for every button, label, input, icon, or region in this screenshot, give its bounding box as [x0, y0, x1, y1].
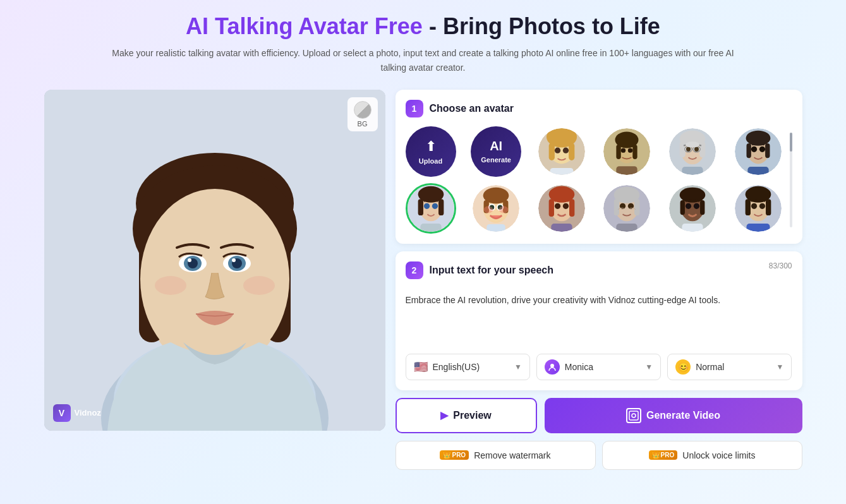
- preview-button[interactable]: ▶ Preview: [396, 398, 537, 433]
- upload-icon: ⬆: [425, 138, 437, 155]
- svg-point-72: [484, 206, 493, 213]
- step2-header: 2 Input text for your speech 83/300: [406, 261, 792, 279]
- pro-label-watermark: PRO: [452, 452, 466, 459]
- avatar-item-1[interactable]: [536, 126, 587, 177]
- svg-point-53: [759, 147, 765, 152]
- emotion-icon: 😊: [675, 359, 691, 375]
- svg-point-105: [759, 203, 765, 209]
- avatar-item-10[interactable]: [733, 183, 783, 234]
- step1-number: 1: [406, 100, 423, 117]
- svg-rect-23: [548, 143, 554, 160]
- title-colored: AI Talking Avatar Free: [186, 13, 423, 39]
- crown-icon-voice: 👑: [652, 452, 660, 459]
- svg-rect-94: [680, 200, 685, 215]
- svg-point-52: [751, 147, 757, 152]
- svg-rect-79: [569, 199, 574, 217]
- crown-icon: 👑: [443, 452, 450, 459]
- avatar-item-9[interactable]: [667, 183, 718, 234]
- svg-point-18: [155, 276, 186, 295]
- voice-chevron-icon: ▼: [645, 363, 653, 371]
- title-dark: Bring Photos to Life: [443, 13, 660, 39]
- svg-point-97: [694, 203, 699, 209]
- unlock-voice-button[interactable]: 👑 PRO Unlock voice limits: [602, 441, 802, 470]
- flag-icon: 🇺🇸: [414, 360, 428, 374]
- controls-panel: 1 Choose an avatar ⬆ Upload AI Generate: [396, 90, 802, 470]
- generate-video-button[interactable]: Generate Video: [545, 398, 802, 433]
- language-label: English(US): [433, 362, 509, 372]
- subtitle: Make your realistic talking avatar with …: [107, 46, 739, 75]
- svg-rect-58: [418, 199, 423, 215]
- emotion-chevron-icon: ▼: [777, 363, 784, 371]
- svg-point-44: [694, 147, 699, 152]
- language-selector[interactable]: 🇺🇸 English(US) ▼: [406, 354, 530, 380]
- choose-avatar-section: 1 Choose an avatar ⬆ Upload AI Generate: [396, 90, 802, 244]
- svg-point-25: [555, 147, 560, 153]
- step2-number: 2: [406, 261, 423, 279]
- avatar-item-3[interactable]: [667, 126, 718, 177]
- pro-label-voice: PRO: [661, 452, 675, 459]
- scroll-thumb: [790, 133, 792, 152]
- language-chevron-icon: ▼: [514, 363, 522, 371]
- svg-rect-46: [682, 167, 703, 175]
- generate-label: Generate: [481, 156, 511, 164]
- avatar-grid: ⬆ Upload AI Generate: [406, 126, 792, 234]
- step2-title: Input text for your speech: [430, 265, 553, 276]
- remove-watermark-label: Remove watermark: [474, 450, 550, 460]
- voice-label: Monica: [565, 362, 640, 372]
- remove-watermark-button[interactable]: 👑 PRO Remove watermark: [396, 441, 596, 470]
- svg-point-42: [686, 147, 691, 152]
- svg-rect-98: [682, 224, 703, 232]
- unlock-voice-label: Unlock voice limits: [682, 450, 755, 460]
- bg-label: BG: [358, 120, 368, 128]
- avatar-10-image: [735, 185, 782, 232]
- avatar-item-5[interactable]: [406, 183, 456, 234]
- title-separator: -: [423, 13, 443, 39]
- generate-avatar-button[interactable]: AI Generate: [471, 126, 521, 177]
- speech-textarea[interactable]: [406, 293, 792, 344]
- voice-selector[interactable]: Monica ▼: [536, 354, 661, 380]
- portrait-svg: [44, 90, 385, 431]
- svg-rect-74: [486, 224, 505, 232]
- vidnoz-logo-icon: V: [53, 404, 71, 422]
- avatar-item-7[interactable]: [536, 183, 587, 234]
- svg-rect-54: [747, 167, 768, 175]
- avatar-item-8[interactable]: [601, 183, 652, 234]
- svg-point-33: [621, 148, 625, 152]
- svg-rect-32: [633, 145, 638, 159]
- svg-point-81: [563, 203, 569, 209]
- svg-point-26: [563, 147, 569, 153]
- avatar-item-6[interactable]: [471, 183, 521, 234]
- svg-point-80: [555, 203, 560, 209]
- action-buttons: ▶ Preview Generate Video: [396, 398, 802, 433]
- svg-rect-103: [766, 199, 771, 215]
- avatar-6-image: [473, 185, 519, 232]
- avatar-3-image: [669, 128, 716, 175]
- upload-label: Upload: [419, 157, 442, 165]
- generate-icon: [626, 408, 641, 423]
- svg-point-45: [686, 141, 699, 147]
- play-icon: ▶: [440, 409, 448, 421]
- pro-badge-watermark: 👑 PRO: [440, 450, 469, 460]
- svg-point-60: [423, 203, 429, 209]
- vidnoz-logo-text: Vidnoz: [75, 408, 101, 417]
- ai-icon: AI: [490, 139, 502, 153]
- svg-rect-50: [746, 143, 751, 158]
- avatar-item-4[interactable]: [733, 126, 783, 177]
- bg-button[interactable]: BG: [347, 97, 378, 131]
- bg-circle-icon: [354, 101, 372, 119]
- avatar-item-2[interactable]: [601, 126, 652, 177]
- avatar-5-image: [408, 185, 454, 232]
- avatar-9-image: [669, 185, 716, 232]
- svg-rect-86: [614, 199, 619, 215]
- svg-point-19: [243, 276, 275, 295]
- scroll-track[interactable]: [790, 133, 792, 227]
- svg-point-61: [432, 203, 437, 209]
- header: AI Talking Avatar Free - Bring Photos to…: [107, 13, 739, 90]
- svg-point-96: [686, 203, 691, 209]
- upload-avatar-button[interactable]: ⬆ Upload: [406, 126, 456, 177]
- svg-point-34: [628, 148, 632, 152]
- svg-point-107: [550, 364, 554, 368]
- svg-rect-31: [617, 145, 621, 159]
- emotion-selector[interactable]: 😊 Normal ▼: [667, 354, 792, 380]
- avatar-preview-panel: BG V Vidnoz: [44, 90, 385, 431]
